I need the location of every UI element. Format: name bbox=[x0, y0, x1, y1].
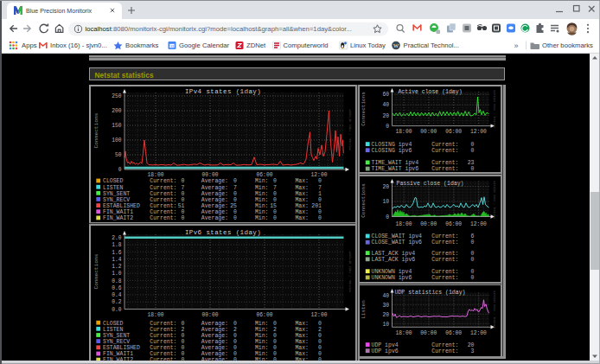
svg-text:20: 20 bbox=[468, 342, 475, 348]
svg-text:Current:: Current: bbox=[431, 348, 458, 354]
svg-text:LISTEN: LISTEN bbox=[103, 327, 124, 333]
svg-text:Min:: Min: bbox=[255, 191, 269, 197]
svg-text:SYN_RECV: SYN_RECV bbox=[103, 197, 130, 203]
svg-text:TIME_WAIT ipv6: TIME_WAIT ipv6 bbox=[372, 166, 419, 172]
svg-text:SYN_RECV: SYN_RECV bbox=[103, 339, 130, 345]
svg-text:UDP ipv4: UDP ipv4 bbox=[372, 342, 399, 348]
svg-text:Current:: Current: bbox=[431, 148, 458, 154]
svg-text:0: 0 bbox=[318, 339, 322, 345]
svg-text:0: 0 bbox=[233, 333, 237, 339]
svg-text:Current:: Current: bbox=[431, 160, 458, 166]
svg-text:LISTEN: LISTEN bbox=[103, 185, 124, 191]
svg-text:Current:: Current: bbox=[150, 178, 176, 184]
svg-text:Min:: Min: bbox=[255, 333, 269, 339]
svg-text:12:00: 12:00 bbox=[470, 221, 487, 227]
svg-text:7: 7 bbox=[273, 185, 277, 191]
svg-text:50: 50 bbox=[115, 152, 122, 158]
svg-text:2: 2 bbox=[233, 327, 237, 333]
svg-text:0: 0 bbox=[386, 124, 389, 130]
svg-text:Max:: Max: bbox=[295, 327, 309, 333]
svg-text:20: 20 bbox=[382, 312, 389, 318]
svg-text:0: 0 bbox=[318, 345, 322, 351]
svg-text:100: 100 bbox=[112, 137, 122, 144]
svg-text:0.4: 0.4 bbox=[112, 292, 122, 298]
svg-text:Connections: Connections bbox=[361, 183, 367, 218]
svg-text:0.6: 0.6 bbox=[112, 285, 122, 291]
svg-text:FIN_WAIT1: FIN_WAIT1 bbox=[103, 351, 133, 357]
svg-text:15: 15 bbox=[270, 203, 277, 209]
svg-text:RRDTOOL / TOBI OETIKER: RRDTOOL / TOBI OETIKER bbox=[348, 250, 352, 291]
svg-text:Average:: Average: bbox=[201, 333, 228, 339]
svg-text:Current:: Current: bbox=[150, 215, 176, 221]
svg-text:51: 51 bbox=[178, 203, 185, 209]
svg-text:Current:: Current: bbox=[150, 351, 176, 357]
svg-text:CLOSING ipv4: CLOSING ipv4 bbox=[372, 142, 412, 148]
svg-text:Min:: Min: bbox=[255, 215, 269, 221]
svg-text:ESTABLISHED: ESTABLISHED bbox=[103, 203, 140, 209]
svg-text:0: 0 bbox=[233, 351, 237, 357]
svg-text:0: 0 bbox=[318, 209, 322, 215]
svg-text:UDP ipv6: UDP ipv6 bbox=[372, 348, 399, 354]
svg-text:18:00: 18:00 bbox=[396, 330, 412, 336]
svg-text:20: 20 bbox=[382, 113, 389, 119]
svg-text:12:00: 12:00 bbox=[311, 312, 328, 318]
svg-text:Min:: Min: bbox=[255, 351, 269, 357]
svg-text:Current:: Current: bbox=[150, 197, 176, 203]
svg-text:2: 2 bbox=[182, 327, 185, 333]
svg-text:12:00: 12:00 bbox=[470, 330, 487, 336]
svg-text:Current:: Current: bbox=[431, 251, 458, 257]
svg-text:0: 0 bbox=[182, 215, 185, 221]
svg-text:1: 1 bbox=[318, 191, 322, 197]
svg-text:0: 0 bbox=[182, 209, 185, 215]
svg-text:06:00: 06:00 bbox=[445, 221, 462, 227]
svg-text:CLOSING ipv6: CLOSING ipv6 bbox=[372, 148, 412, 154]
svg-text:CLOSED: CLOSED bbox=[103, 178, 124, 184]
svg-text:0.0: 0.0 bbox=[112, 307, 122, 313]
svg-text:0: 0 bbox=[233, 197, 237, 203]
svg-text:0: 0 bbox=[273, 191, 277, 197]
svg-text:0: 0 bbox=[233, 215, 237, 221]
svg-text:Current:: Current: bbox=[431, 269, 458, 275]
svg-text:Average:: Average: bbox=[201, 178, 228, 184]
svg-text:Max:: Max: bbox=[295, 351, 309, 357]
svg-text:10: 10 bbox=[382, 199, 389, 205]
svg-text:06:00: 06:00 bbox=[445, 129, 462, 135]
svg-text:Average:: Average: bbox=[201, 203, 228, 209]
svg-text:1.4: 1.4 bbox=[112, 257, 122, 263]
svg-text:2.0: 2.0 bbox=[112, 235, 122, 241]
svg-text:IPv6 states (1day): IPv6 states (1day) bbox=[185, 229, 261, 236]
svg-text:Max:: Max: bbox=[295, 333, 309, 339]
svg-text:0: 0 bbox=[318, 333, 322, 339]
svg-text:0: 0 bbox=[233, 178, 237, 184]
svg-text:Min:: Min: bbox=[255, 321, 269, 327]
svg-text:00:00: 00:00 bbox=[202, 172, 219, 178]
svg-text:Min:: Min: bbox=[255, 178, 269, 184]
svg-text:0: 0 bbox=[273, 333, 277, 339]
svg-text:0: 0 bbox=[182, 197, 185, 203]
svg-text:30: 30 bbox=[382, 303, 389, 309]
svg-text:18:00: 18:00 bbox=[148, 312, 164, 318]
svg-text:0: 0 bbox=[182, 333, 185, 339]
svg-text:0: 0 bbox=[182, 321, 185, 327]
svg-text:0: 0 bbox=[182, 339, 185, 345]
svg-text:Active close (1day): Active close (1day) bbox=[398, 89, 462, 95]
svg-text:6: 6 bbox=[471, 233, 475, 239]
svg-text:250: 250 bbox=[112, 93, 122, 99]
svg-text:Current:: Current: bbox=[150, 339, 176, 345]
svg-text:CLOSE_WAIT ipv6: CLOSE_WAIT ipv6 bbox=[372, 239, 423, 246]
svg-text:UNKNOWN ipv4: UNKNOWN ipv4 bbox=[372, 269, 412, 275]
svg-text:0: 0 bbox=[273, 178, 277, 184]
svg-text:60: 60 bbox=[382, 92, 389, 98]
svg-text:0: 0 bbox=[471, 269, 475, 275]
svg-text:201: 201 bbox=[311, 203, 322, 209]
svg-text:IPv4 states (1day): IPv4 states (1day) bbox=[185, 88, 261, 95]
svg-text:0: 0 bbox=[318, 178, 322, 184]
svg-text:RRDTOOL / TOBI OETIKER: RRDTOOL / TOBI OETIKER bbox=[493, 291, 496, 329]
svg-text:20: 20 bbox=[382, 184, 389, 190]
svg-text:Min:: Min: bbox=[255, 203, 269, 209]
svg-text:UDP statistics (1day): UDP statistics (1day) bbox=[395, 290, 466, 296]
svg-text:Min:: Min: bbox=[255, 339, 269, 345]
svg-text:10: 10 bbox=[382, 322, 389, 328]
svg-text:00:00: 00:00 bbox=[420, 330, 437, 336]
svg-text:40: 40 bbox=[382, 293, 389, 299]
